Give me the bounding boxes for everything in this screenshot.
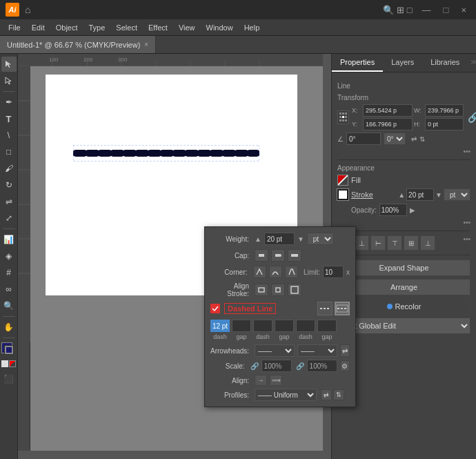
weight-up-icon[interactable]: ▲	[255, 235, 261, 243]
align-top-btn[interactable]: ⊤	[387, 235, 402, 251]
menu-file[interactable]: File	[3, 22, 26, 33]
align-bottom-btn[interactable]: ⊥	[420, 235, 435, 251]
more-options-transform[interactable]: •••	[463, 148, 470, 155]
flip-v-btn[interactable]: ⇅	[419, 135, 425, 143]
menu-object[interactable]: Object	[50, 22, 83, 33]
selection-tool[interactable]	[1, 57, 17, 72]
rect-tool[interactable]: □	[1, 144, 17, 159]
pen-tool[interactable]: ✒	[1, 95, 17, 110]
menu-effect[interactable]: Effect	[143, 22, 173, 33]
tab-layers[interactable]: Layers	[383, 54, 422, 72]
angle-input[interactable]	[346, 133, 381, 145]
rotate-tool[interactable]: ↻	[1, 177, 17, 193]
menu-type[interactable]: Type	[83, 22, 111, 33]
artwork-line[interactable]	[73, 145, 259, 163]
profile-flip-h-btn[interactable]: ⇄	[321, 389, 332, 400]
change-screen-mode[interactable]: ⬛	[1, 371, 17, 387]
transform-origin-grid[interactable]	[337, 110, 349, 124]
align-outside-stroke-btn[interactable]	[288, 284, 301, 296]
align-arrow-btn-2[interactable]: ⟹	[270, 375, 282, 386]
limit-input[interactable]	[323, 266, 344, 278]
type-tool[interactable]: T	[1, 111, 17, 126]
flip-h-btn[interactable]: ⇄	[411, 135, 417, 143]
cap-square-btn[interactable]	[288, 249, 301, 262]
direct-selection-tool[interactable]	[1, 73, 17, 88]
minimize-btn[interactable]: —	[418, 3, 435, 17]
stroke-swatch[interactable]	[337, 189, 348, 200]
y-input[interactable]	[363, 118, 413, 130]
dash-input-2[interactable]	[253, 320, 272, 332]
stroke-unit-dropdown[interactable]: pt	[444, 188, 470, 201]
weight-input[interactable]	[264, 233, 295, 245]
scale-input-1[interactable]	[261, 360, 292, 372]
weight-unit-select[interactable]: pt	[307, 233, 334, 245]
arrowhead-swap-btn[interactable]: ⇄	[340, 344, 350, 357]
normal-mode[interactable]	[1, 360, 8, 367]
scroll-bar-horizontal[interactable]	[18, 451, 323, 459]
global-edit-dropdown[interactable]: Start Global Edit	[337, 318, 470, 334]
w-input[interactable]	[425, 104, 464, 117]
menu-select[interactable]: Select	[110, 22, 143, 33]
profile-flip-v-btn[interactable]: ⇅	[333, 389, 344, 400]
search-icon[interactable]: 🔍	[383, 5, 394, 15]
menu-edit[interactable]: Edit	[26, 22, 50, 33]
line-tool[interactable]: \	[1, 128, 17, 143]
dash-input-1[interactable]	[210, 320, 230, 332]
stroke-down-btn[interactable]: ▼	[435, 191, 442, 199]
align-center-v-btn[interactable]: ⊞	[404, 235, 419, 251]
panel-icon[interactable]: □	[407, 5, 413, 15]
stroke-up-btn[interactable]: ▲	[398, 191, 405, 199]
blend-tool[interactable]: ∞	[1, 282, 17, 297]
grid-icon[interactable]: ⊞	[397, 5, 404, 15]
arrowhead-start-select[interactable]: ——	[255, 344, 295, 357]
cap-butt-btn[interactable]	[255, 249, 268, 262]
arrange-btn[interactable]: Arrange	[337, 279, 470, 295]
opacity-arrow[interactable]: ▶	[410, 206, 415, 214]
corner-round-btn[interactable]	[269, 266, 282, 278]
arrowhead-end-select[interactable]: ——	[297, 344, 337, 357]
fill-swatch[interactable]	[337, 175, 348, 186]
gap-input-3[interactable]	[317, 320, 337, 332]
gap-input-2[interactable]	[275, 320, 294, 332]
menu-window[interactable]: Window	[201, 22, 239, 33]
close-btn[interactable]: ×	[457, 3, 470, 17]
paint-brush-tool[interactable]: 🖌	[1, 161, 17, 176]
more-align-options[interactable]: •••	[463, 235, 470, 251]
panel-drag-handle[interactable]: ≫	[468, 54, 476, 72]
recolor-btn[interactable]: Recolor	[337, 298, 470, 315]
none-mode[interactable]	[9, 360, 16, 367]
corner-miter-btn[interactable]	[253, 266, 266, 278]
hand-tool[interactable]: ✋	[1, 320, 17, 335]
menu-help[interactable]: Help	[239, 22, 266, 33]
align-right-btn[interactable]: ⊢	[370, 235, 386, 251]
gap-input-1[interactable]	[232, 320, 251, 332]
menu-view[interactable]: View	[173, 22, 201, 33]
more-options-appearance[interactable]: •••	[463, 219, 470, 226]
tab-libraries[interactable]: Libraries	[422, 54, 468, 72]
scale-lock-icon-2[interactable]: 🔗	[296, 362, 304, 370]
align-inside-stroke-btn[interactable]	[271, 284, 285, 296]
document-tab[interactable]: Untitled-1* @ 66.67 % (CMYK/Preview) ×	[0, 36, 156, 53]
stroke-label[interactable]: Stroke	[351, 191, 373, 199]
graph-tool[interactable]: 📊	[1, 232, 17, 247]
scale-tool[interactable]: ⤢	[1, 211, 17, 226]
dash-input-3[interactable]	[296, 320, 315, 332]
stroke-weight-input[interactable]	[406, 188, 434, 201]
gradient-tool[interactable]: ◈	[1, 248, 17, 264]
dashed-line-checkbox[interactable]	[210, 304, 220, 313]
h-input[interactable]	[425, 118, 464, 130]
align-arrow-btn-1[interactable]: →	[255, 375, 267, 386]
align-center-stroke-btn[interactable]	[255, 284, 268, 296]
zoom-tool[interactable]: 🔍	[1, 298, 17, 313]
weight-down-icon[interactable]: ▼	[297, 235, 304, 243]
scale-lock-icon[interactable]: 🔗	[250, 362, 259, 370]
cap-round-btn[interactable]	[271, 249, 285, 262]
align-center-h-btn[interactable]: ⊥	[354, 235, 369, 251]
profile-select[interactable]: —— Uniform	[255, 389, 317, 401]
opacity-input[interactable]	[379, 204, 407, 216]
home-icon[interactable]: ⌂	[25, 4, 30, 15]
lock-proportions[interactable]: 🔗	[468, 112, 476, 123]
angle-dropdown[interactable]: 0°	[384, 133, 406, 145]
dashed-pattern-2-btn[interactable]	[335, 302, 350, 315]
dashed-pattern-1-btn[interactable]	[317, 302, 333, 315]
